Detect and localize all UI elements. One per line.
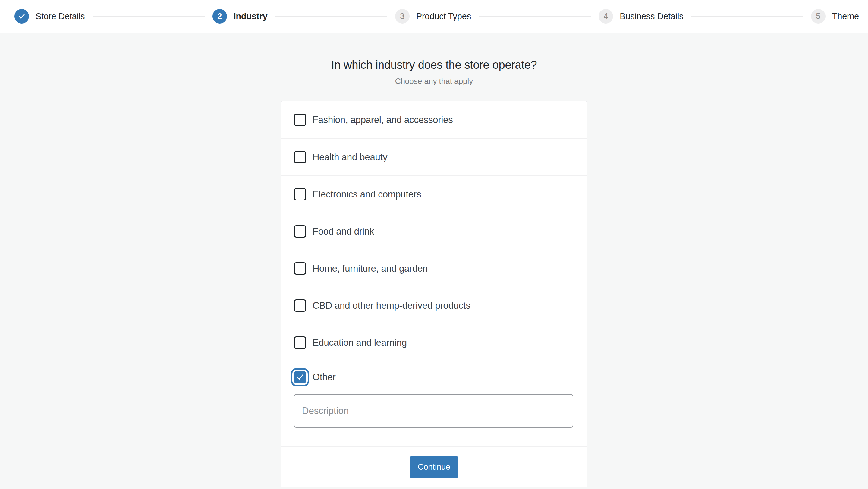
option-other-section: Other <box>281 361 587 447</box>
option-row-other[interactable]: Other <box>294 370 573 385</box>
option-label: CBD and other hemp-derived products <box>313 300 470 311</box>
checkbox-unchecked[interactable] <box>294 114 306 126</box>
option-label: Home, furniture, and garden <box>313 263 428 274</box>
step-label: Product Types <box>416 11 471 22</box>
stepper-step-theme[interactable]: 5 Theme <box>811 9 859 24</box>
continue-button[interactable]: Continue <box>410 456 458 478</box>
check-icon <box>296 373 305 382</box>
option-row-cbd-hemp[interactable]: CBD and other hemp-derived products <box>281 287 587 324</box>
option-row-home-furniture-garden[interactable]: Home, furniture, and garden <box>281 250 587 287</box>
page-title: In which industry does the store operate… <box>0 58 868 72</box>
step-label: Theme <box>832 11 859 22</box>
checkbox-unchecked[interactable] <box>294 151 306 163</box>
checkbox-unchecked[interactable] <box>294 225 306 238</box>
option-label: Other <box>313 372 336 383</box>
page-subtitle: Choose any that apply <box>0 77 868 86</box>
option-label: Fashion, apparel, and accessories <box>313 115 453 125</box>
checkbox-unchecked[interactable] <box>294 188 306 201</box>
step-connector <box>479 16 591 17</box>
other-description-input[interactable] <box>294 394 573 428</box>
step-number-circle: 4 <box>598 9 613 24</box>
option-label: Electronics and computers <box>313 189 421 200</box>
option-row-health-beauty[interactable]: Health and beauty <box>281 139 587 176</box>
option-label: Health and beauty <box>313 152 387 163</box>
option-row-fashion[interactable]: Fashion, apparel, and accessories <box>281 101 587 139</box>
option-row-education[interactable]: Education and learning <box>281 324 587 361</box>
industry-step-content: In which industry does the store operate… <box>0 33 868 488</box>
stepper-step-industry[interactable]: 2 Industry <box>213 9 268 24</box>
step-number-circle: 3 <box>395 9 410 24</box>
step-connector <box>93 16 204 17</box>
step-label: Store Details <box>36 11 85 22</box>
step-number-circle: 2 <box>213 9 227 24</box>
step-connector <box>691 16 803 17</box>
step-number-circle: 5 <box>811 9 826 24</box>
check-icon <box>18 12 26 20</box>
setup-wizard-stepper: Store Details 2 Industry 3 Product Types… <box>0 0 868 33</box>
stepper-step-product-types[interactable]: 3 Product Types <box>395 9 471 24</box>
checkbox-unchecked[interactable] <box>294 262 306 275</box>
step-connector <box>276 16 387 17</box>
checkbox-checked[interactable] <box>294 371 306 384</box>
option-row-electronics[interactable]: Electronics and computers <box>281 176 587 213</box>
checkbox-unchecked[interactable] <box>294 299 306 312</box>
option-row-food-drink[interactable]: Food and drink <box>281 213 587 250</box>
step-completed-circle <box>14 9 29 24</box>
checkbox-unchecked[interactable] <box>294 336 306 349</box>
step-label: Business Details <box>620 11 683 22</box>
stepper-step-store-details[interactable]: Store Details <box>14 9 85 24</box>
step-label: Industry <box>234 11 268 22</box>
option-label: Food and drink <box>313 226 374 237</box>
option-label: Education and learning <box>313 337 407 348</box>
industry-options-card: Fashion, apparel, and accessories Health… <box>281 101 587 488</box>
stepper-step-business-details[interactable]: 4 Business Details <box>598 9 683 24</box>
card-footer: Continue <box>281 447 587 487</box>
